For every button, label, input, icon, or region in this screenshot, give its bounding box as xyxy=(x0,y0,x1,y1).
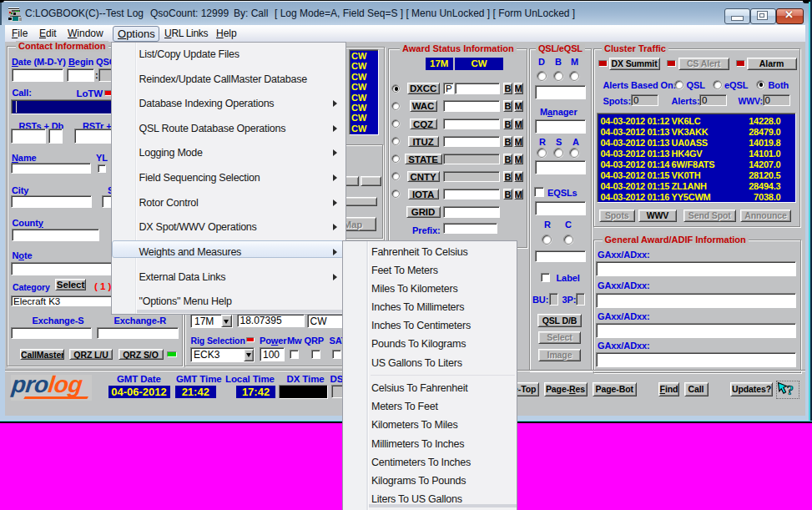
svg-text:?: ? xyxy=(787,381,794,397)
